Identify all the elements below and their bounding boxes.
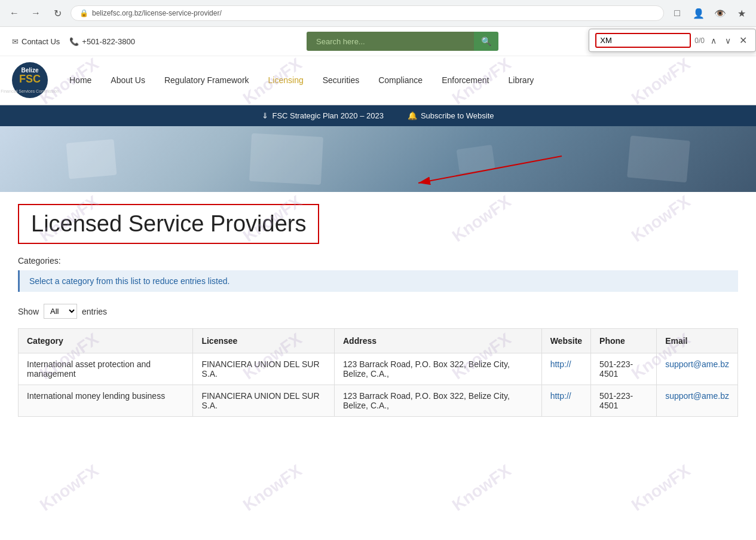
hero-area [0, 126, 756, 192]
find-next-button[interactable]: ∨ [723, 35, 733, 47]
col-licensee: Licensee [193, 329, 335, 353]
col-phone: Phone [591, 329, 657, 353]
category-hint: Select a category from this list to redu… [18, 270, 738, 292]
contact-us-item[interactable]: ✉ Contact Us [12, 37, 60, 46]
page-content: Licensed Service Providers Categories: S… [0, 192, 756, 429]
data-table: Category Licensee Address Website Phone … [18, 328, 738, 417]
logo-fsc-text: FSC [19, 73, 41, 86]
nav-library[interactable]: Library [499, 63, 544, 97]
hero-overlay [0, 126, 756, 192]
find-prev-button[interactable]: ∧ [708, 35, 719, 47]
cell-category: International money lending business [19, 385, 193, 417]
cell-email: support@ame.bz [657, 353, 738, 385]
hero-shape-3 [456, 145, 495, 173]
site-logo[interactable]: Belize FSC Financial Services Commission [12, 56, 48, 104]
phone-number: +501-822-3800 [82, 37, 135, 46]
site-nav: Belize FSC Financial Services Commission… [0, 56, 756, 105]
subscribe-label: Subscribe to Website [421, 111, 494, 120]
cell-address: 123 Barrack Road, P.O. Box 322, Belize C… [334, 353, 541, 385]
website-link[interactable]: http:// [550, 391, 571, 401]
logo-subtitle-text: Financial Services Commission [1, 89, 59, 93]
email-link[interactable]: support@ame.bz [665, 391, 729, 401]
subscribe-link[interactable]: 🔔 Subscribe to Website [408, 111, 494, 120]
reload-button[interactable]: ↻ [49, 5, 66, 22]
browser-toolbar: ← → ↻ 🔒 belizefsc.org.bz/license-service… [0, 0, 756, 26]
hero-shape-1 [66, 139, 117, 179]
find-close-button[interactable]: ✕ [737, 33, 749, 47]
cell-phone: 501-223-4501 [591, 385, 657, 417]
category-hint-text: Select a category from this list to redu… [29, 276, 229, 286]
find-bar: 0/0 ∧ ∨ ✕ [589, 29, 756, 52]
address-bar[interactable]: 🔒 belizefsc.org.bz/license-service-provi… [71, 5, 664, 21]
col-category: Category [19, 329, 193, 353]
search-button[interactable]: 🔍 [474, 32, 498, 51]
cell-licensee: FINANCIERA UNION DEL SUR S.A. [193, 385, 335, 417]
back-button[interactable]: ← [6, 5, 23, 22]
cell-phone: 501-223-4501 [591, 353, 657, 385]
website-link[interactable]: http:// [550, 359, 571, 369]
nav-enforcement[interactable]: Enforcement [432, 63, 498, 97]
table-row: International asset protection and manag… [19, 353, 738, 385]
cell-address: 123 Barrack Road, P.O. Box 322, Belize C… [334, 385, 541, 417]
lock-icon: 🔒 [79, 9, 88, 17]
categories-label: Categories: [18, 256, 738, 266]
nav-licensing[interactable]: Licensing [259, 63, 313, 97]
entries-label: entries [82, 307, 107, 316]
url-text: belizefsc.org.bz/license-service-provide… [92, 9, 222, 17]
page-title-box: Licensed Service Providers [18, 204, 319, 244]
col-email: Email [657, 329, 738, 353]
find-input[interactable] [595, 33, 691, 48]
logo-circle: Belize FSC Financial Services Commission [12, 62, 48, 98]
strategic-plan-link[interactable]: ⇓ FSC Strategic Plan 2020 – 2023 [262, 111, 383, 120]
nav-home[interactable]: Home [60, 63, 101, 97]
phone-icon: 📞 [69, 37, 79, 46]
cell-licensee: FINANCIERA UNION DEL SUR S.A. [193, 353, 335, 385]
bookmark-button[interactable]: ★ [733, 5, 750, 22]
show-entries: Show All 10 25 50 100 entries [18, 304, 738, 319]
envelope-icon: ✉ [12, 37, 19, 46]
nav-regulatory-framework[interactable]: Regulatory Framework [155, 63, 259, 97]
bell-icon: 🔔 [408, 111, 417, 120]
download-icon: ⇓ [262, 111, 268, 120]
topbar-left: ✉ Contact Us 📞 +501-822-3800 [12, 37, 135, 46]
strategic-plan-label: FSC Strategic Plan 2020 – 2023 [272, 111, 383, 120]
contact-us-label: Contact Us [22, 37, 60, 46]
entries-select[interactable]: All 10 25 50 100 [44, 304, 77, 319]
phone-item[interactable]: 📞 +501-822-3800 [69, 37, 135, 46]
cell-website: http:// [541, 353, 590, 385]
nav-about-us[interactable]: About Us [101, 63, 155, 97]
browser-chrome: ← → ↻ 🔒 belizefsc.org.bz/license-service… [0, 0, 756, 27]
hero-shape-4 [627, 136, 690, 182]
eye-slash-button[interactable]: 👁️ [712, 5, 729, 22]
nav-securities[interactable]: Securities [313, 63, 369, 97]
browser-right-icons: □ 👤 👁️ ★ [669, 5, 750, 22]
page-title: Licensed Service Providers [31, 211, 306, 237]
banner-bar: ⇓ FSC Strategic Plan 2020 – 2023 🔔 Subsc… [0, 105, 756, 126]
cell-website: http:// [541, 385, 590, 417]
search-input[interactable] [307, 32, 474, 51]
profile-button[interactable]: 👤 [690, 5, 707, 22]
col-website: Website [541, 329, 590, 353]
find-count: 0/0 [694, 36, 705, 45]
col-address: Address [334, 329, 541, 353]
table-header-row: Category Licensee Address Website Phone … [19, 329, 738, 353]
nav-compliance[interactable]: Compliance [369, 63, 432, 97]
search-container: 🔍 [147, 32, 658, 51]
email-link[interactable]: support@ame.bz [665, 359, 729, 369]
hero-shape-2 [249, 133, 323, 185]
nav-links: Home About Us Regulatory Framework Licen… [60, 63, 543, 97]
show-label: Show [18, 307, 39, 316]
cell-category: International asset protection and manag… [19, 353, 193, 385]
cell-email: support@ame.bz [657, 385, 738, 417]
table-row: International money lending business FIN… [19, 385, 738, 417]
extensions-button[interactable]: □ [669, 5, 685, 22]
forward-button[interactable]: → [27, 5, 44, 22]
